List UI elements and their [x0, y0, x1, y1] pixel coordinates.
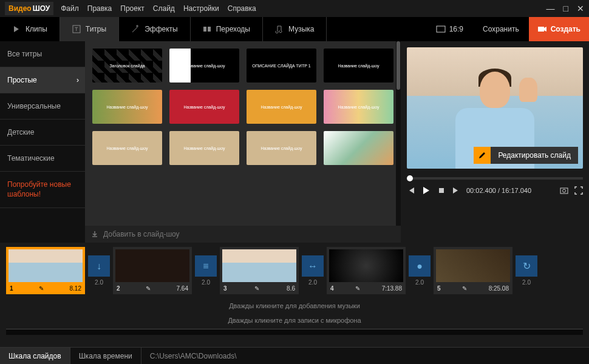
pencil-icon[interactable]: ✎ [39, 285, 44, 292]
timeline-clip-4[interactable]: 4✎7:13.88 [327, 247, 406, 294]
clip-number: 1 [10, 285, 13, 292]
maximize-icon[interactable]: □ [563, 4, 568, 13]
clip-duration: 8.6 [287, 285, 295, 292]
thumb-caption: Название слайд-шоу [261, 105, 302, 109]
transition-duration: 2.0 [522, 279, 531, 286]
minimize-icon[interactable]: — [546, 4, 555, 13]
transition-3[interactable]: ●2.0 [408, 255, 431, 286]
music-track-hint[interactable]: Дважды кликните для добавления музыки [0, 298, 589, 313]
sidebar-item-4[interactable]: Тематические [0, 146, 85, 172]
next-button[interactable] [452, 186, 460, 195]
tab-music[interactable]: Музыка [263, 17, 327, 41]
template-thumb-5[interactable]: Название слайд-шоу [169, 90, 239, 124]
transition-2[interactable]: ↔2.0 [301, 255, 324, 286]
menu-item-2[interactable]: Проект [120, 4, 145, 13]
add-to-slideshow-button[interactable]: Добавить в слайд-шоу [85, 226, 401, 243]
template-thumb-8[interactable]: Название слайд-шоу [92, 131, 162, 165]
transition-icon: ≡ [195, 255, 217, 277]
close-icon[interactable]: ✕ [577, 4, 584, 13]
tab-transitions[interactable]: Переходы [191, 17, 263, 41]
menu-item-1[interactable]: Правка [87, 4, 112, 13]
preview-viewport[interactable]: Редактировать слайд [407, 47, 583, 169]
timeline-clip-2[interactable]: 2✎7.64 [113, 247, 192, 294]
template-thumb-6[interactable]: Название слайд-шоу [247, 90, 316, 124]
create-button[interactable]: Создать [529, 17, 589, 41]
time-ruler[interactable] [6, 329, 583, 335]
timeline-clip-5[interactable]: 5✎8:25.08 [434, 247, 512, 294]
edit-label: Редактировать слайд [491, 147, 578, 164]
transition-duration: 2.0 [95, 279, 103, 286]
transition-icon: ↻ [516, 255, 537, 277]
snapshot-icon[interactable] [560, 186, 568, 195]
template-thumb-0[interactable]: Заголовок слайда [92, 49, 162, 83]
thumb-caption: Название слайд-шоу [184, 105, 225, 109]
scrollbar[interactable] [396, 41, 401, 226]
stop-button[interactable] [437, 186, 446, 195]
camera-icon [537, 25, 547, 33]
scroll-thumb[interactable] [397, 41, 400, 90]
template-thumb-4[interactable]: Название слайд-шоу [92, 90, 162, 124]
clip-thumb [222, 249, 296, 282]
sidebar-item-5[interactable]: Попробуйте новые шаблоны! [0, 172, 85, 208]
sidebar-item-3[interactable]: Детские [0, 120, 85, 146]
template-thumb-3[interactable]: Название слайд-шоу [324, 49, 393, 83]
thumb-caption: Заголовок слайда [109, 64, 145, 68]
clip-thumb [329, 249, 403, 282]
preview-panel: Редактировать слайд 00:02.400 / 16:17.04… [401, 41, 589, 243]
mic-track-hint[interactable]: Дважды кликните для записи с микрофона [0, 313, 589, 328]
play-button[interactable] [421, 186, 431, 195]
sidebar-item-0[interactable]: Все титры [0, 41, 85, 67]
clip-thumb [9, 249, 83, 282]
svg-rect-6 [439, 188, 444, 193]
sidebar-item-1[interactable]: Простые› [0, 67, 85, 93]
fullscreen-icon[interactable] [574, 186, 583, 195]
pencil-icon[interactable]: ✎ [146, 285, 151, 292]
seek-head[interactable] [407, 175, 413, 181]
save-button[interactable]: Сохранить [473, 17, 529, 41]
template-thumb-1[interactable]: Название слайд-шоу [169, 49, 239, 83]
clip-thumb [115, 249, 189, 282]
prev-button[interactable] [407, 186, 415, 195]
timeline-clip-1[interactable]: 1✎8.12 [6, 247, 85, 294]
timecode: 00:02.400 / 16:17.040 [466, 187, 531, 194]
category-sidebar: Все титрыПростые›УниверсальныеДетскиеТем… [0, 41, 85, 243]
sidebar-item-2[interactable]: Универсальные [0, 93, 85, 120]
pencil-icon [474, 147, 491, 164]
aspect-label: 16:9 [449, 25, 463, 33]
thumb-caption: Название слайд-шоу [338, 105, 380, 109]
transition-duration: 2.0 [308, 279, 317, 286]
add-label: Добавить в слайд-шоу [103, 230, 180, 238]
template-thumb-9[interactable]: Название слайд-шоу [169, 131, 239, 165]
transition-1[interactable]: ≡2.0 [194, 255, 217, 286]
template-thumb-10[interactable]: Название слайд-шоу [247, 131, 316, 165]
tab-titles[interactable]: T Титры [60, 17, 119, 41]
aspect-ratio-button[interactable]: 16:9 [426, 17, 473, 41]
menu-item-4[interactable]: Настройки [183, 4, 219, 13]
template-thumb-11[interactable] [324, 131, 393, 165]
template-thumb-2[interactable]: ОПИСАНИЕ СЛАЙДА ТИТР 1 [247, 49, 316, 83]
pencil-icon[interactable]: ✎ [254, 285, 259, 292]
time-scale-tab[interactable]: Шкала времени [70, 348, 141, 364]
timeline-track[interactable]: 1✎8.12↓2.02✎7.64≡2.03✎8.6↔2.04✎7:13.88●2… [0, 243, 589, 298]
transition-duration: 2.0 [415, 279, 424, 286]
chevron-right-icon: › [77, 76, 79, 84]
pencil-icon[interactable]: ✎ [462, 285, 467, 292]
menu-item-0[interactable]: Файл [61, 4, 79, 13]
transition-4[interactable]: ↻2.0 [515, 255, 538, 286]
logo-part1: Видео [9, 4, 32, 13]
timeline-clip-3[interactable]: 3✎8.6 [220, 247, 299, 294]
svg-rect-3 [208, 27, 211, 32]
tab-clips[interactable]: Клипы [0, 17, 60, 41]
menu-item-3[interactable]: Слайд [153, 4, 175, 13]
menu-item-5[interactable]: Справка [228, 4, 256, 13]
app-logo: ВидеоШОУ [5, 2, 53, 15]
edit-slide-button[interactable]: Редактировать слайд [474, 147, 578, 164]
template-thumb-7[interactable]: Название слайд-шоу [324, 90, 393, 124]
transition-0[interactable]: ↓2.0 [87, 255, 111, 286]
clip-number: 3 [223, 285, 227, 292]
seek-bar[interactable] [407, 177, 583, 180]
main-menu: ФайлПравкаПроектСлайдНастройкиСправка [61, 4, 256, 13]
pencil-icon[interactable]: ✎ [355, 285, 360, 292]
tab-effects[interactable]: Эффекты [119, 17, 191, 41]
slide-scale-tab[interactable]: Шкала слайдов [0, 348, 70, 364]
